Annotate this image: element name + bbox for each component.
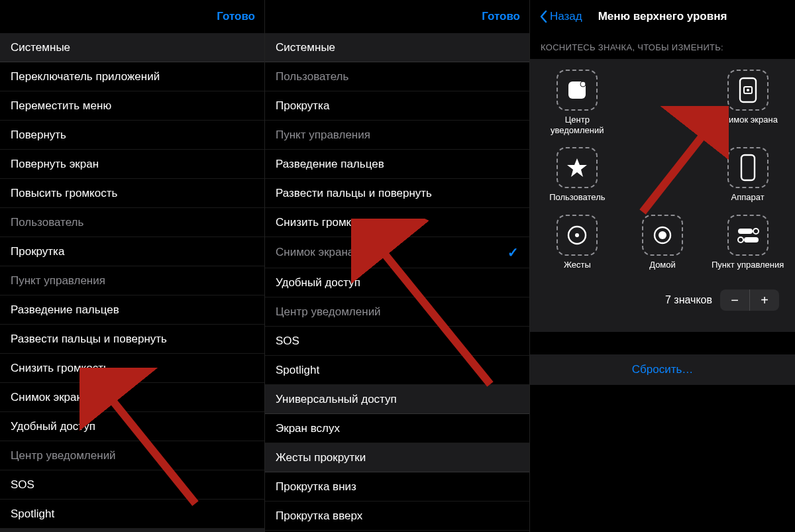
list-item[interactable]: Пользователь (0, 208, 264, 237)
list-item[interactable]: Снимок экрана✓ (265, 237, 529, 268)
list-section-header: Системные (265, 33, 529, 62)
list-item[interactable]: Пункт управления (0, 266, 264, 295)
list-item[interactable]: Повысить громкость (0, 179, 264, 208)
icon-count-row: 7 значков − + (537, 282, 788, 319)
list-item[interactable]: Пользователь (265, 62, 529, 91)
svg-rect-12 (738, 229, 753, 234)
grid-cell[interactable]: Домой (622, 215, 704, 270)
list-item[interactable]: Разведение пальцев (0, 295, 264, 325)
list-item-label: Разведение пальцев (11, 303, 119, 317)
grid-cell[interactable]: Центр уведомлений (537, 70, 618, 135)
settings-list: СистемныеПереключатель приложенийПеремес… (0, 33, 264, 532)
list-item[interactable]: Снимок экрана (0, 383, 264, 412)
device-icon (727, 147, 768, 188)
grid-cell-label: Аппарат (731, 192, 765, 203)
back-button[interactable]: Назад (539, 10, 582, 23)
settings-list: СистемныеПользовательПрокруткаПункт упра… (265, 33, 529, 532)
list-item[interactable]: Повернуть (0, 121, 264, 150)
list-item[interactable]: Прокрутка (0, 237, 264, 266)
list-item-label: Снизить громкость (11, 362, 109, 375)
list-item-label: Системные (11, 41, 70, 54)
navbar: Назад Меню верхнего уровня (530, 0, 795, 33)
grid-cell[interactable]: Жесты (537, 215, 618, 270)
list-item[interactable]: Центр уведомлений (265, 297, 529, 327)
back-label: Назад (550, 10, 582, 23)
list-item-label: Жесты прокрутки (276, 451, 366, 464)
list-item[interactable]: Центр уведомлений (0, 441, 264, 470)
list-item-label: Прокрутка вниз (276, 480, 356, 494)
list-item-label: SOS (276, 335, 299, 348)
list-item-label: SOS (11, 478, 34, 492)
panel-2: Готово СистемныеПользовательПрокруткаПун… (265, 0, 530, 532)
list-item-label: Снимок экрана (11, 391, 89, 404)
list-item[interactable]: Развести пальцы и повернуть (0, 325, 264, 354)
list-item-label: Разведение пальцев (276, 158, 384, 171)
grid-cell[interactable]: Пользователь (537, 147, 618, 203)
list-section-header: Универсальный доступ (0, 529, 264, 532)
screenshot-icon (727, 70, 768, 111)
svg-point-9 (575, 233, 579, 237)
grid-cell[interactable]: Снимок экрана (707, 70, 788, 135)
list-item[interactable]: Повернуть экран (0, 150, 264, 179)
list-item[interactable]: Снизить громкость (0, 354, 264, 383)
svg-point-13 (753, 229, 759, 234)
list-item-label: Центр уведомлений (11, 449, 116, 462)
grid-caption: Коснитесь значка, чтобы изменить: (530, 33, 795, 59)
list-section-header: Системные (0, 33, 264, 62)
list-item-label: Удобный доступ (276, 276, 360, 290)
grid-cell[interactable]: Пункт управления (707, 215, 788, 270)
list-item-label: Переключатель приложений (11, 70, 160, 83)
list-item[interactable]: Разведение пальцев (265, 150, 529, 179)
list-item[interactable]: Удобный доступ (265, 268, 529, 297)
list-item[interactable]: Прокрутка (265, 91, 529, 121)
list-item-label: Переместить меню (11, 99, 111, 113)
list-item-label: Центр уведомлений (276, 305, 381, 319)
reset-button[interactable]: Сбросить… (530, 354, 795, 385)
stepper-minus[interactable]: − (720, 290, 749, 311)
done-button[interactable]: Готово (482, 10, 520, 23)
list-item[interactable]: Экран вслух (265, 414, 529, 443)
list-item-label: Системные (276, 41, 335, 54)
count-stepper: − + (720, 290, 779, 311)
list-item-label: Прокрутка вверх (276, 509, 362, 523)
list-item[interactable]: SOS (265, 327, 529, 356)
list-section-header: Универсальный доступ (265, 385, 529, 414)
list-item[interactable]: Spotlight (265, 356, 529, 385)
list-item-label: Снизить громкость (276, 216, 374, 229)
list-item[interactable]: Снизить громкость (265, 208, 529, 237)
list-item-label: Удобный доступ (11, 420, 95, 433)
done-button[interactable]: Готово (217, 10, 255, 23)
list-item[interactable]: Переключатель приложений (0, 62, 264, 91)
navbar: Готово (265, 0, 529, 33)
list-item-label: Повысить громкость (11, 187, 117, 200)
list-item-label: Развести пальцы и повернуть (11, 333, 167, 346)
chevron-left-icon (539, 10, 547, 23)
list-section-header: Жесты прокрутки (265, 443, 529, 472)
list-item[interactable]: Удобный доступ (0, 412, 264, 441)
list-item-label: Пункт управления (11, 274, 105, 288)
gestures-icon (556, 215, 598, 256)
list-item[interactable]: SOS (0, 470, 264, 500)
svg-rect-15 (744, 237, 759, 242)
list-item-label: Развести пальцы и повернуть (276, 187, 432, 200)
list-item-label: Spotlight (11, 507, 54, 521)
svg-point-11 (659, 231, 666, 239)
list-item[interactable]: Пункт управления (265, 121, 529, 150)
grid-cell-label: Пункт управления (712, 260, 784, 270)
star-icon (556, 147, 598, 188)
panel-1: Готово СистемныеПереключатель приложений… (0, 0, 265, 532)
list-item-label: Пользователь (276, 70, 348, 83)
list-item[interactable]: Переместить меню (0, 91, 264, 121)
list-item-label: Spotlight (276, 364, 319, 377)
list-item-label: Повернуть (11, 129, 66, 142)
svg-point-14 (738, 237, 743, 242)
stepper-plus[interactable]: + (750, 290, 779, 311)
list-item[interactable]: Прокрутка вверх (265, 502, 529, 531)
grid-cell[interactable]: Аппарат (707, 147, 788, 203)
home-icon (642, 215, 683, 256)
list-item[interactable]: Прокрутка вниз (265, 472, 529, 502)
list-item[interactable]: Развести пальцы и повернуть (265, 179, 529, 208)
icon-grid: Центр уведомленийСнимок экранаПользовате… (537, 70, 788, 270)
list-item-label: Пункт управления (276, 129, 370, 142)
list-item[interactable]: Spotlight (0, 500, 264, 529)
